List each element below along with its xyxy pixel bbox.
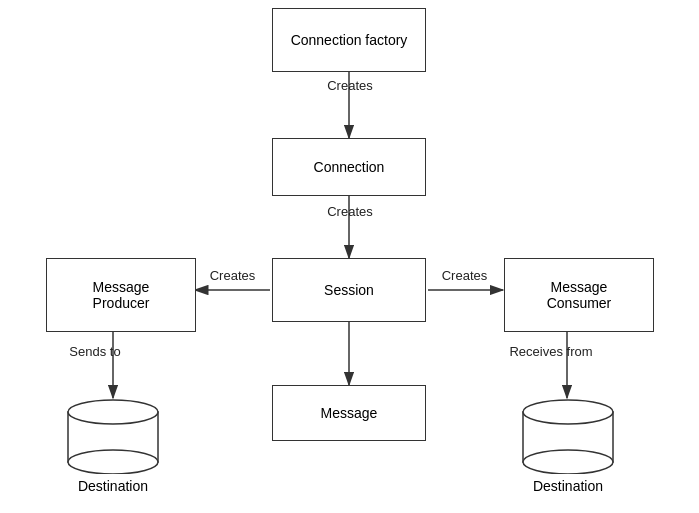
destination-right-label: Destination	[518, 478, 618, 494]
destination-left-label: Destination	[63, 478, 163, 494]
connection-factory-box: Connection factory	[272, 8, 426, 72]
session-label: Session	[324, 282, 374, 298]
creates-label-3: Creates	[200, 268, 265, 283]
diagram: Connection factory Creates Connection Cr…	[0, 0, 699, 513]
svg-point-13	[523, 400, 613, 424]
sends-to-label: Sends to	[60, 344, 130, 359]
svg-point-10	[68, 400, 158, 424]
creates-label-4: Creates	[432, 268, 497, 283]
destination-left-cylinder: Destination	[63, 398, 163, 474]
message-label: Message	[321, 405, 378, 421]
receives-from-label: Receives from	[506, 344, 596, 359]
connection-label: Connection	[314, 159, 385, 175]
message-consumer-box: Message Consumer	[504, 258, 654, 332]
creates-label-2: Creates	[320, 204, 380, 219]
creates-label-1: Creates	[320, 78, 380, 93]
connection-box: Connection	[272, 138, 426, 196]
message-producer-box: Message Producer	[46, 258, 196, 332]
message-producer-label: Message Producer	[93, 279, 150, 311]
destination-left-svg	[63, 398, 163, 474]
svg-point-12	[523, 450, 613, 474]
svg-point-9	[68, 450, 158, 474]
message-consumer-label: Message Consumer	[547, 279, 612, 311]
destination-right-svg	[518, 398, 618, 474]
session-box: Session	[272, 258, 426, 322]
connection-factory-label: Connection factory	[291, 32, 408, 48]
destination-right-cylinder: Destination	[518, 398, 618, 474]
message-box: Message	[272, 385, 426, 441]
